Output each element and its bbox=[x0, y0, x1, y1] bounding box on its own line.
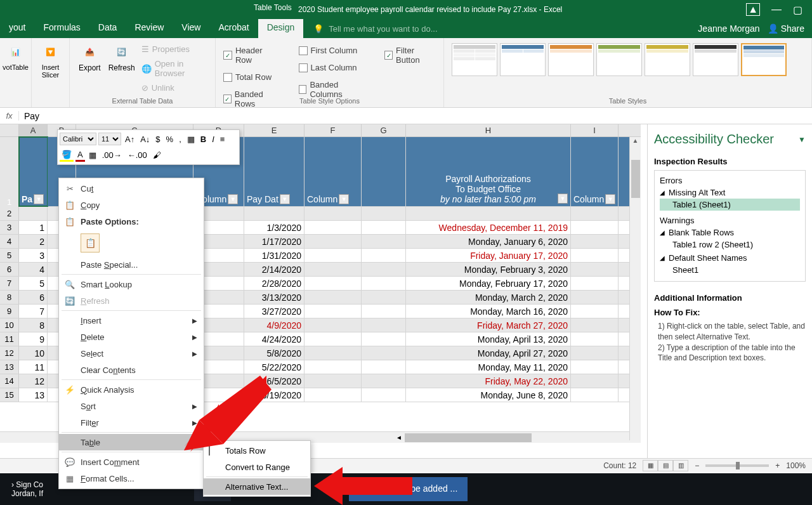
pane-menu-icon[interactable]: ▼ bbox=[798, 135, 806, 144]
quick-analysis-menuitem[interactable]: ⚡Quick Analysis bbox=[59, 381, 204, 398]
bold-button[interactable]: B bbox=[199, 134, 208, 145]
user-name[interactable]: Jeanne Morgan bbox=[698, 23, 759, 34]
font-select[interactable]: Calibri bbox=[60, 133, 96, 145]
row-header[interactable]: 15 bbox=[0, 388, 19, 402]
first-column-checkbox[interactable]: First Column bbox=[296, 44, 370, 56]
payroll-due-cell[interactable]: Monday, January 6, 2020 bbox=[406, 235, 571, 248]
row-header[interactable]: 6 bbox=[0, 263, 19, 276]
cell[interactable] bbox=[362, 332, 406, 346]
row-header[interactable]: 4 bbox=[0, 235, 19, 248]
row-header[interactable]: 7 bbox=[0, 277, 19, 290]
insert-comment-menuitem[interactable]: 💬Insert Comment bbox=[59, 454, 204, 470]
export-button[interactable]: 📤 Export bbox=[75, 41, 105, 94]
delete-menuitem[interactable]: Delete▶ bbox=[59, 329, 204, 345]
cell[interactable] bbox=[304, 277, 362, 290]
cell[interactable] bbox=[571, 305, 619, 318]
convert-range-menuitem[interactable]: Convert to Range bbox=[204, 459, 310, 475]
cell[interactable] bbox=[304, 221, 362, 234]
error-item-table1[interactable]: Table1 (Sheet1) bbox=[660, 199, 800, 211]
row-header[interactable]: 10 bbox=[0, 318, 19, 332]
cell[interactable] bbox=[362, 277, 406, 290]
cell[interactable] bbox=[304, 263, 362, 276]
table-style-gallery[interactable] bbox=[449, 41, 806, 79]
pay-number-cell[interactable]: 2 bbox=[19, 235, 48, 248]
col-f-header[interactable]: Column▼ bbox=[304, 137, 362, 206]
normal-view-button[interactable]: ▦ bbox=[643, 460, 658, 471]
pay-date-cell[interactable]: 4/24/2020 bbox=[244, 332, 304, 346]
table-style-thumb[interactable] bbox=[741, 43, 787, 76]
fill-color-button[interactable]: 🪣 bbox=[60, 149, 74, 162]
fx-icon[interactable]: fx bbox=[0, 111, 19, 121]
page-break-button[interactable]: ▥ bbox=[673, 460, 688, 471]
zoom-in-button[interactable]: + bbox=[775, 461, 780, 470]
row-header[interactable]: 3 bbox=[0, 221, 19, 234]
blank-rows-category[interactable]: Blank Table Rows bbox=[669, 228, 734, 237]
row-header[interactable]: 14 bbox=[0, 374, 19, 388]
alternative-text-menuitem[interactable]: Alternative Text... bbox=[204, 478, 310, 495]
payroll-due-cell[interactable]: Monday, February 3, 2020 bbox=[406, 263, 571, 276]
ribbon-options-icon[interactable]: ▲ bbox=[746, 3, 760, 16]
cell[interactable] bbox=[362, 318, 406, 332]
cell[interactable] bbox=[362, 263, 406, 276]
col-g-header[interactable] bbox=[362, 137, 406, 206]
cell[interactable] bbox=[304, 332, 362, 346]
formula-input[interactable]: Pay bbox=[19, 111, 812, 121]
format-cells-menuitem[interactable]: ▦Format Cells... bbox=[59, 470, 204, 487]
pay-number-cell[interactable]: 3 bbox=[19, 249, 48, 262]
pivottable-button[interactable]: 📊 votTable bbox=[5, 41, 26, 72]
format-table-button[interactable]: ▦ bbox=[185, 134, 197, 145]
payroll-due-cell[interactable]: Monday, March 16, 2020 bbox=[406, 305, 571, 318]
table-menuitem[interactable]: Table▶ bbox=[59, 434, 204, 450]
cell[interactable] bbox=[406, 207, 571, 220]
row-header[interactable]: 9 bbox=[0, 305, 19, 318]
cell[interactable] bbox=[362, 305, 406, 318]
payroll-header[interactable]: Payroll AuthorizationsTo Budget Officeby… bbox=[406, 137, 571, 206]
cell[interactable] bbox=[571, 221, 619, 234]
missing-alt-text-category[interactable]: Missing Alt Text bbox=[669, 188, 725, 197]
default-names-category[interactable]: Default Sheet Names bbox=[669, 253, 747, 263]
column-header[interactable]: E bbox=[244, 124, 304, 136]
comma-button[interactable]: , bbox=[177, 134, 183, 145]
smart-lookup-menuitem[interactable]: 🔍Smart Lookup bbox=[59, 276, 204, 292]
last-column-checkbox[interactable]: Last Column bbox=[296, 62, 370, 74]
pay-number-cell[interactable]: 13 bbox=[19, 388, 48, 402]
collapse-icon[interactable]: ◢ bbox=[660, 229, 665, 236]
select-all-corner[interactable] bbox=[0, 124, 19, 136]
row-header[interactable]: 1 bbox=[0, 137, 19, 207]
cell[interactable] bbox=[571, 277, 619, 290]
font-size-select[interactable]: 11 bbox=[98, 133, 121, 145]
tab-design[interactable]: Design bbox=[258, 19, 304, 38]
cell[interactable] bbox=[19, 207, 48, 220]
tell-me-search[interactable]: 💡 Tell me what you want to do... bbox=[303, 19, 437, 38]
cell[interactable] bbox=[571, 388, 619, 402]
page-layout-button[interactable]: ▤ bbox=[658, 460, 673, 471]
table-style-thumb[interactable] bbox=[452, 43, 497, 76]
cell[interactable] bbox=[571, 263, 619, 276]
tab-data[interactable]: Data bbox=[89, 19, 126, 38]
cell[interactable] bbox=[304, 360, 362, 374]
unlink-button[interactable]: ⊘Unlink bbox=[139, 82, 210, 94]
paste-icon-button[interactable]: 📋 bbox=[81, 233, 100, 253]
tab-view[interactable]: View bbox=[173, 19, 209, 38]
refresh-button[interactable]: 🔄 Refresh bbox=[105, 41, 139, 94]
payroll-due-cell[interactable]: Monday, March 2, 2020 bbox=[406, 291, 571, 304]
clear-contents-menuitem[interactable]: Clear Contents bbox=[59, 362, 204, 378]
grow-font-button[interactable]: A↑ bbox=[123, 134, 136, 145]
cell[interactable] bbox=[304, 235, 362, 248]
borders-button[interactable]: ▦ bbox=[87, 150, 98, 161]
warning-item-sheet[interactable]: Sheet1 bbox=[660, 264, 800, 276]
payroll-due-cell[interactable]: Friday, January 17, 2020 bbox=[406, 249, 571, 262]
cell[interactable] bbox=[304, 318, 362, 332]
cut-menuitem[interactable]: ✂Cut bbox=[59, 180, 204, 197]
cell[interactable] bbox=[571, 291, 619, 304]
refresh-menuitem[interactable]: 🔄Refresh bbox=[59, 292, 204, 309]
row-header[interactable]: 11 bbox=[0, 332, 19, 346]
column-header[interactable]: F bbox=[304, 124, 362, 136]
accounting-format-button[interactable]: $ bbox=[154, 134, 162, 145]
pay-header[interactable]: Pa▼ bbox=[19, 137, 48, 206]
cell[interactable] bbox=[304, 305, 362, 318]
zoom-out-button[interactable]: − bbox=[695, 461, 699, 470]
cell[interactable] bbox=[304, 346, 362, 360]
cell[interactable] bbox=[571, 346, 619, 360]
pay-date-cell[interactable]: 1/3/2020 bbox=[244, 221, 304, 234]
